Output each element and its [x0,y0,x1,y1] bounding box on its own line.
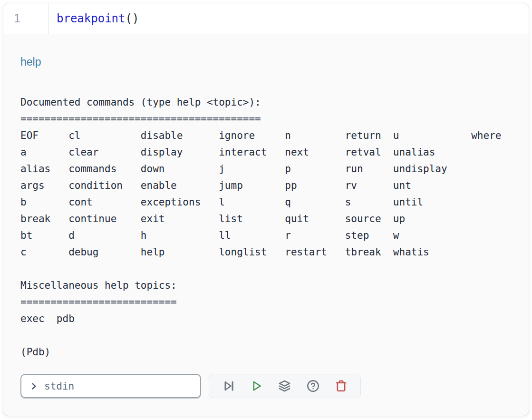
console-output: help Documented commands (type help <top… [3,34,529,416]
code-token-punctuation: () [126,12,139,25]
stack-button[interactable] [276,377,294,395]
stdin-input[interactable] [43,380,193,392]
stdin-input-box[interactable] [20,374,201,398]
layers-icon [278,380,291,392]
help-circle-icon [307,380,319,392]
echoed-command: help [20,55,512,68]
code-token-builtin: breakpoint [57,12,126,25]
python-repl-panel: 1 breakpoint() help Documented commands … [3,3,529,416]
skip-forward-icon [222,380,235,392]
console-text: Documented commands (type help <topic>):… [20,94,512,361]
play-icon [250,380,263,392]
help-button[interactable] [304,377,322,395]
prompt-chevron-icon [29,381,39,391]
clear-button[interactable] [332,377,350,395]
trash-icon [335,380,348,392]
line-number-gutter: 1 [3,3,48,34]
step-next-button[interactable] [219,377,237,395]
debug-toolbar [209,374,361,398]
run-button[interactable] [248,377,266,395]
console-controls [20,374,512,398]
code-line[interactable]: breakpoint() [48,3,529,34]
line-number: 1 [14,12,20,25]
code-editor[interactable]: 1 breakpoint() [3,3,529,34]
